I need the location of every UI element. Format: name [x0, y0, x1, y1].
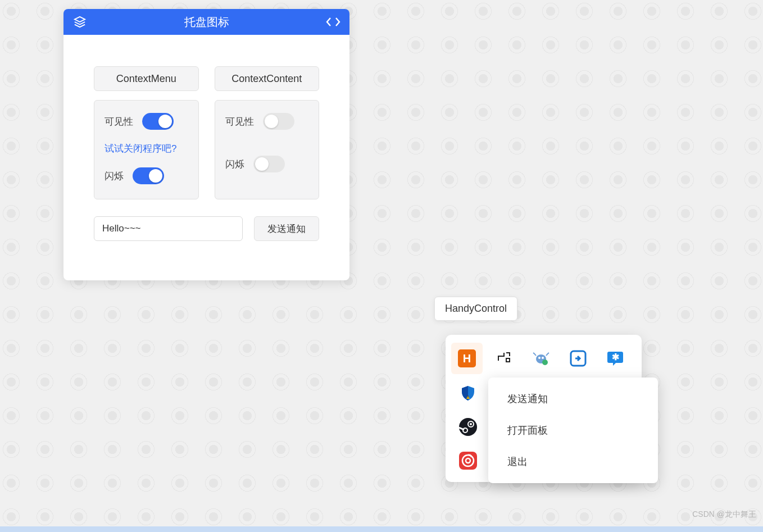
card-header: 托盘图标 — [63, 9, 349, 35]
tray-tooltip: HandyControl — [434, 297, 517, 321]
left-blink-toggle[interactable] — [133, 167, 164, 184]
svg-point-5 — [542, 357, 544, 359]
right-blink-label: 闪烁 — [225, 158, 244, 171]
svg-text:!: ! — [467, 394, 469, 399]
svg-point-13 — [470, 423, 472, 425]
menu-item-open-panel[interactable]: 打开面板 — [488, 415, 658, 446]
context-menu-button[interactable]: ContextMenu — [94, 66, 199, 91]
svg-text:H: H — [463, 352, 471, 365]
svg-point-6 — [542, 360, 548, 365]
left-visibility-toggle[interactable] — [142, 113, 174, 130]
svg-text:✱: ✱ — [612, 352, 619, 362]
left-settings-group: 可见性 试试关闭程序吧? 闪烁 — [94, 100, 199, 199]
tray-context-menu: 发送通知 打开面板 退出 — [488, 378, 658, 483]
code-icon[interactable] — [326, 17, 340, 27]
taskbar-strip — [0, 526, 763, 532]
context-content-column: ContextContent 可见性 闪烁 — [215, 66, 320, 199]
svg-point-11 — [459, 418, 477, 436]
right-visibility-label: 可见性 — [225, 115, 254, 128]
tray-app-arrow-box-icon[interactable] — [562, 343, 594, 374]
tray-app-music-icon[interactable] — [455, 447, 482, 474]
card-title: 托盘图标 — [184, 15, 229, 30]
context-content-button[interactable]: ContextContent — [215, 66, 320, 91]
tray-tooltip-label: HandyControl — [445, 303, 507, 314]
left-blink-label: 闪烁 — [105, 170, 124, 183]
right-blink-toggle[interactable] — [253, 156, 285, 172]
menu-item-send-notification[interactable]: 发送通知 — [488, 383, 658, 415]
tray-icon-card: 托盘图标 ContextMenu 可见性 试试关闭程序吧? 闪烁 — [63, 9, 349, 280]
try-close-app-link[interactable]: 试试关闭程序吧? — [105, 142, 176, 155]
send-notification-button[interactable]: 发送通知 — [254, 216, 319, 241]
left-visibility-label: 可见性 — [105, 115, 133, 128]
tray-app-insect-icon[interactable] — [525, 343, 557, 374]
watermark: CSDN @龙中舞王 — [692, 510, 756, 520]
tray-app-process-icon[interactable] — [488, 343, 520, 374]
tray-app-star-chat-icon[interactable]: ✱ — [600, 343, 631, 374]
tray-app-handycontrol-icon[interactable]: H — [451, 343, 483, 374]
layers-icon — [74, 16, 86, 28]
menu-item-exit[interactable]: 退出 — [488, 446, 658, 478]
right-settings-group: 可见性 闪烁 — [215, 100, 320, 199]
notification-text-input[interactable] — [94, 216, 243, 241]
tray-app-steam-icon[interactable] — [455, 413, 482, 440]
tray-app-shield-icon[interactable]: ! — [455, 380, 482, 407]
svg-rect-2 — [506, 358, 510, 362]
context-menu-column: ContextMenu 可见性 试试关闭程序吧? 闪烁 — [94, 66, 199, 199]
card-body: ContextMenu 可见性 试试关闭程序吧? 闪烁 ContextConte… — [63, 35, 349, 280]
right-visibility-toggle[interactable] — [263, 113, 294, 130]
svg-point-4 — [538, 357, 541, 359]
